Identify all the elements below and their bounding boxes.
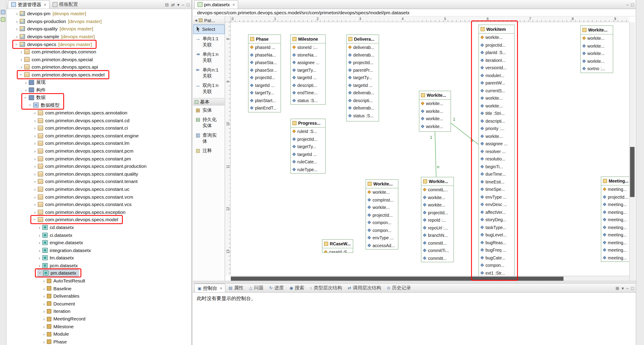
- entity-workitem[interactable]: Workitemworkite...projectId...planId :S.…: [478, 24, 515, 276]
- entity-field[interactable]: workite...: [419, 100, 450, 107]
- entity-field[interactable]: projectId...: [421, 209, 453, 216]
- expand-arrow-icon[interactable]: ›: [33, 110, 37, 115]
- entity-meeting[interactable]: Meeting...meeting...projectId...meeting.…: [601, 177, 629, 262]
- entity-field[interactable]: workite...: [581, 57, 613, 65]
- entity-field[interactable]: targetId ...: [346, 81, 378, 89]
- palette-tool-note[interactable]: ▧注释: [193, 146, 224, 156]
- tree-row[interactable]: ›com.primeton.devops.specs.annotation: [6, 109, 192, 117]
- expand-arrow-icon[interactable]: ›: [37, 240, 41, 245]
- panel-splitter[interactable]: [193, 281, 636, 283]
- expand-arrow-icon[interactable]: ›: [42, 340, 46, 344]
- tree-row[interactable]: ›devops-quality[devops master]: [6, 25, 192, 33]
- entity-field[interactable]: projectId...: [346, 59, 378, 66]
- expand-arrow-icon[interactable]: ›: [33, 164, 37, 169]
- expand-arrow-icon[interactable]: ›: [37, 248, 41, 253]
- tree-row[interactable]: ›lm.datasetx: [6, 254, 192, 262]
- entity-field[interactable]: workite...: [421, 201, 453, 209]
- entity-field[interactable]: meeting...: [601, 231, 629, 239]
- tree-row[interactable]: ›cd.datasetx: [6, 223, 192, 231]
- tree-row[interactable]: ›com.primeton.devops.specs.model: [6, 216, 192, 223]
- expand-arrow-icon[interactable]: ›: [42, 317, 46, 321]
- tree-row[interactable]: ›com.primeton.devops.specs.constant.prod…: [6, 162, 192, 170]
- tree-row[interactable]: ›构件: [6, 86, 192, 94]
- expand-arrow-icon[interactable]: ›: [33, 126, 37, 130]
- entity-field[interactable]: deliverab...: [346, 43, 378, 51]
- tree-row[interactable]: ›ci.datasetx: [6, 231, 192, 239]
- tree-row[interactable]: ›devops-pm[devops master]: [6, 10, 192, 17]
- tree-row[interactable]: ›devops-sample[devops master]: [6, 33, 192, 40]
- close-icon[interactable]: ×: [220, 286, 222, 291]
- entity-field[interactable]: projectId...: [601, 193, 629, 201]
- expand-arrow-icon[interactable]: ›: [19, 57, 23, 62]
- palette-tool-persistent-entity[interactable]: ▤持久化实体: [193, 115, 224, 130]
- entity-field[interactable]: repoId :...: [421, 216, 453, 224]
- expand-arrow-icon[interactable]: ›: [37, 233, 41, 238]
- entity-milestone[interactable]: MilestonestoneId :...stoneNa...assignee …: [290, 34, 326, 105]
- entity-field[interactable]: workite...: [419, 122, 450, 130]
- tree-row[interactable]: ›com.primeton.devops.specs.constant.engi…: [6, 132, 192, 139]
- entity-field[interactable]: phaseSor...: [248, 66, 280, 74]
- entity-field[interactable]: ext1 :Str...: [479, 269, 514, 276]
- tree-row[interactable]: ›com.primeton.devops.specs.constant.lm: [6, 140, 192, 147]
- view-menu-icon[interactable]: ▾: [177, 2, 180, 7]
- entity-field[interactable]: meeting...: [601, 254, 629, 261]
- entity-field[interactable]: compon...: [479, 261, 514, 269]
- entity-field[interactable]: targetTy...: [291, 66, 325, 74]
- expand-arrow-icon[interactable]: ›: [33, 171, 37, 176]
- expand-arrow-icon[interactable]: ›: [42, 309, 46, 314]
- tab-type-hierarchy[interactable]: ↕类型层次结构: [307, 284, 345, 292]
- association-line[interactable]: [435, 131, 436, 177]
- expand-arrow-icon[interactable]: ›: [33, 118, 37, 123]
- entity-field[interactable]: status :S...: [346, 112, 378, 120]
- collapse-palette-icon[interactable]: ◀: [195, 18, 197, 22]
- expand-arrow-icon[interactable]: ›: [24, 88, 28, 92]
- palette-header[interactable]: ◀Pal...: [193, 16, 224, 24]
- entity-progress-rule[interactable]: Progress...ruleId :S...projectId...targe…: [290, 119, 326, 174]
- entity-field[interactable]: meeting...: [601, 216, 629, 223]
- minimize-icon[interactable]: –: [182, 2, 184, 7]
- entity-field[interactable]: descripti...: [479, 117, 514, 125]
- tree-row[interactable]: ›Module: [6, 330, 192, 338]
- entity-field[interactable]: commitU...: [346, 119, 378, 121]
- entity-workitem-component[interactable]: Workite...workite...compInst...workite..…: [366, 179, 398, 250]
- entity-field[interactable]: commitTi...: [421, 247, 453, 254]
- entity-field[interactable]: phaseSta...: [248, 59, 280, 66]
- entity-workitem-commit[interactable]: Workite...commitL...workite...workite...…: [421, 177, 454, 262]
- palette-tool-query-entity[interactable]: ▥查询实体: [193, 130, 224, 146]
- entity-workitem-link[interactable]: Workite...workite...workite...workite...…: [419, 91, 451, 132]
- entity-rcase[interactable]: RCaseW...caseId :S...: [322, 239, 353, 253]
- tree-row[interactable]: ›com.primeton.devops.specs.constant.vcm: [6, 193, 192, 201]
- tab-resource-explorer[interactable]: 资源管理器 ×: [8, 0, 50, 9]
- tree-row[interactable]: ›Deliverables: [6, 292, 192, 300]
- close-icon[interactable]: ×: [44, 2, 46, 7]
- entity-workitem-sort[interactable]: Workite...workite...workite...workite...…: [580, 25, 613, 73]
- entity-field[interactable]: targetTy...: [248, 89, 280, 97]
- entity-field[interactable]: workite...: [581, 34, 613, 42]
- entity-field[interactable]: projectId...: [479, 41, 514, 49]
- entity-field[interactable]: planStart...: [248, 97, 280, 104]
- tree-row[interactable]: ›Milestone: [6, 323, 192, 330]
- entity-field[interactable]: envType ...: [366, 234, 398, 242]
- entity-field[interactable]: deliverab...: [346, 51, 378, 59]
- entity-field[interactable]: bugReas...: [479, 239, 514, 246]
- tree-row[interactable]: ›com.primeton.devops.specs.constant.cd: [6, 117, 192, 124]
- tree-row[interactable]: ›devops-production[devops master]: [6, 17, 192, 25]
- entity-field[interactable]: accessAd...: [366, 242, 398, 249]
- tree-row[interactable]: ›integration.datasetx: [6, 247, 192, 254]
- palette-tool-assoc-n-1[interactable]: ↞单向n:1关联: [193, 65, 224, 81]
- entity-field[interactable]: endTime...: [291, 89, 325, 97]
- expand-arrow-icon[interactable]: ›: [33, 141, 37, 146]
- tab-progress[interactable]: ↻进度: [266, 284, 287, 292]
- close-icon[interactable]: ×: [232, 2, 235, 7]
- restore-view-icon[interactable]: [1, 10, 5, 14]
- tree-row[interactable]: ›数据: [6, 94, 192, 101]
- collapse-arrow-icon[interactable]: ›: [32, 218, 37, 222]
- tree-row[interactable]: ›com.primeton.devops.specs.constant.qual…: [6, 170, 192, 178]
- collapse-arrow-icon[interactable]: ›: [14, 42, 19, 46]
- expand-arrow-icon[interactable]: ›: [19, 49, 23, 54]
- tree-row[interactable]: ›Baseline: [6, 285, 192, 292]
- entity-field[interactable]: workite...: [421, 194, 453, 201]
- tree-row[interactable]: ›com.primeton.devops.specs.api: [6, 63, 192, 71]
- association-line[interactable]: [451, 123, 478, 145]
- tree-row[interactable]: ›com.primeton.devops.specs.exception: [6, 208, 192, 216]
